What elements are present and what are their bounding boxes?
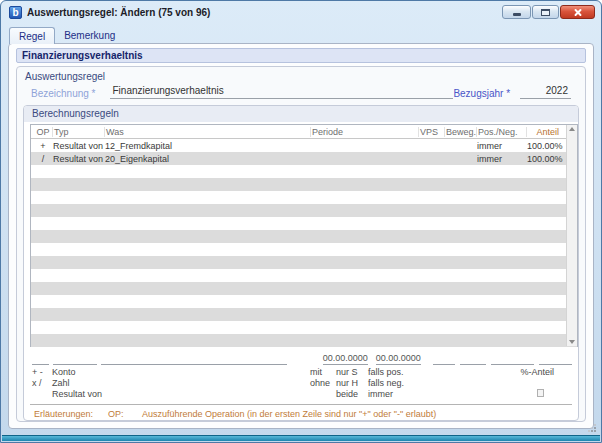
column-header: Beweg. [445,127,477,137]
table-row[interactable]: +Resultat von12_Fremdkapitalimmer100.00% [31,139,577,152]
app-icon: b [9,6,22,19]
erlaeuterung-text: Auszuführende Operation (in der ersten Z… [142,409,436,420]
bezugsjahr-label: Bezugsjahr * [453,88,510,99]
entry-beweg-field[interactable] [460,352,486,365]
window-title: Auswertungsregel: Ändern (75 von 96) [27,7,210,18]
bezeichnung-input[interactable]: Finanzierungsverhaeltnis [110,85,454,99]
column-header: Periode [311,127,419,137]
column-header: VPS [419,127,445,137]
table-row[interactable] [31,334,577,347]
column-header: Pos./Neg. [477,127,527,137]
table-header-row: OPTypWasPeriodeVPSBeweg.Pos./Neg.Anteil [31,125,577,139]
table-cell: Resultat von [53,141,105,151]
scroll-up-icon[interactable] [569,127,575,131]
legend-text: falls neg. [368,378,418,389]
erlaeuterung-item: OP:Auszuführende Operation (in der erste… [108,409,448,420]
table-row[interactable] [31,217,577,230]
minimize-icon [513,13,521,16]
legend-text: Resultat von [52,389,310,400]
erlaeuterung-key: Was: [108,420,142,421]
legend-text [418,389,570,400]
column-header: OP [33,127,53,137]
column-legend: + -Kontomitnur Sfalls pos.%-Anteilx /Zah… [30,367,572,400]
table-row[interactable] [31,243,577,256]
tab-regel[interactable]: Regel [9,27,55,44]
table-cell: 12_Fremdkapital [105,141,311,151]
column-header: Was [105,127,311,137]
titlebar: b Auswertungsregel: Ändern (75 von 96) [1,1,601,23]
table-cell: immer [477,154,527,164]
close-button[interactable] [560,5,595,19]
bezeichnung-label: Bezeichnung * [31,88,96,99]
app-window: b Auswertungsregel: Ändern (75 von 96) R… [0,0,602,443]
legend-text: mit [310,367,336,378]
table-row[interactable] [31,308,577,321]
erlaeuterungen: Erläuterungen: OP:Auszuführende Operatio… [30,409,572,421]
close-icon [573,8,582,17]
window-controls [502,5,595,19]
table-row[interactable]: /Resultat von20_Eigenkapitalimmer100.00% [31,152,577,165]
legend-text: nur S [336,367,368,378]
maximize-button[interactable] [532,5,559,19]
group-auswertungsregel-label: Auswertungsregel [23,69,579,83]
table-row[interactable] [31,165,577,178]
legend-text [418,378,570,389]
table-row[interactable] [31,204,577,217]
entry-row: 00.00.0000 00.00.0000 [30,350,572,365]
table-row[interactable] [31,191,577,204]
entry-op-field[interactable] [32,352,49,365]
table-cell: Resultat von [53,154,105,164]
legend-text: nur H [336,378,368,389]
entry-vps-field[interactable] [433,352,455,365]
legend-text: ohne [310,378,336,389]
separator [30,404,572,405]
erlaeuterungen-label: Erläuterungen: [30,409,108,421]
entry-periode-von-field[interactable]: 00.00.0000 [323,352,368,365]
erlaeuterungen-items: OP:Auszuführende Operation (in der erste… [108,409,448,421]
column-header: Typ [53,127,105,137]
entry-posneg-field[interactable] [491,352,534,365]
group-auswertungsregel: Auswertungsregel Bezeichnung * Finanzier… [16,66,586,422]
erlaeuterung-text: Kontonummer, eine Zahl oder Bezeichnung … [142,420,448,421]
fields-row: Bezeichnung * Finanzierungsverhaeltnis B… [23,83,579,105]
table-row[interactable] [31,321,577,334]
erlaeuterung-key: OP: [108,409,142,420]
table-row[interactable] [31,256,577,269]
group-berechnungsregeln-label: Berechnungsregeln [24,106,578,122]
minimize-button[interactable] [502,5,531,19]
group-berechnungsregeln: Berechnungsregeln OPTypWasPeriodeVPSBewe… [23,105,579,421]
legend-text: Konto [52,367,310,378]
legend-line: Resultat vonbeideimmer [30,389,572,400]
legend-text [32,389,52,400]
legend-text: %-Anteil [418,367,570,378]
legend-text: + - [32,367,52,378]
entry-typ-field[interactable] [53,352,98,365]
scroll-down-icon[interactable] [569,340,575,344]
rules-table: OPTypWasPeriodeVPSBeweg.Pos./Neg.Anteil … [30,124,578,347]
table-row[interactable] [31,269,577,282]
legend-text: immer [368,389,418,400]
legend-line: x /Zahlohnenur Hfalls neg. [30,378,572,389]
legend-text [310,389,336,400]
table-body: +Resultat von12_Fremdkapitalimmer100.00%… [31,139,577,347]
table-cell: immer [477,141,527,151]
table-row[interactable] [31,178,577,191]
table-row[interactable] [31,295,577,308]
table-cell: / [33,154,53,164]
entry-anteil-field[interactable] [539,352,572,365]
bottom-status-strip [2,435,600,441]
entry-periode-bis-field[interactable]: 00.00.0000 [376,352,421,365]
table-row[interactable] [31,282,577,295]
bezugsjahr-input[interactable]: 2022 [520,85,571,99]
table-row[interactable] [31,230,577,243]
table-cell: + [33,141,53,151]
tab-bemerkung[interactable]: Bemerkung [55,27,124,43]
legend-line: + -Kontomitnur Sfalls pos.%-Anteil [30,367,572,378]
legend-text: x / [32,378,52,389]
maximize-icon [541,9,550,16]
entry-was-field[interactable] [101,352,286,365]
legend-text: falls pos. [368,367,418,378]
legend-text: Zahl [52,378,310,389]
table-scrollbar[interactable] [566,125,577,346]
tab-strip: Regel Bemerkung [1,23,601,43]
